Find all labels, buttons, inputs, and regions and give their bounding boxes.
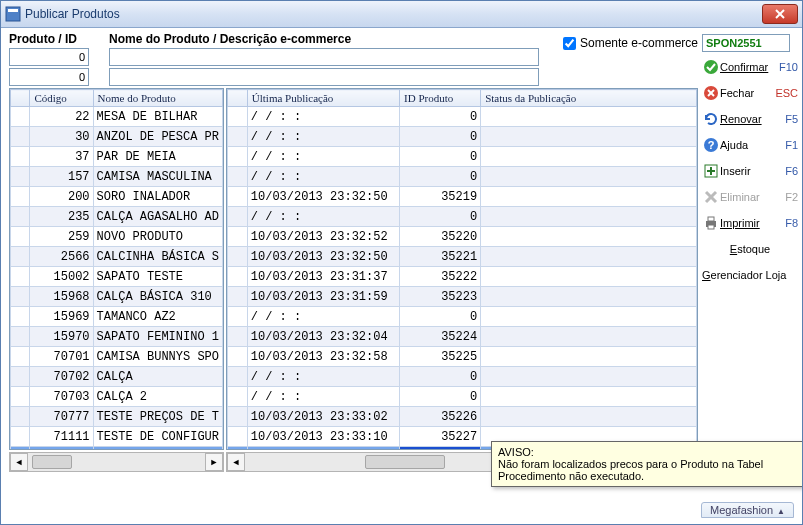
inserir-button[interactable]: Inserir F6 [702,160,798,182]
col-ultima[interactable]: Última Publicação [247,90,399,107]
table-row[interactable]: / / : :0 [228,387,697,407]
cell-idproduto: 35226 [400,407,481,427]
cell-nome: CALÇA AGASALHO AD [93,207,222,227]
table-row[interactable]: / / : :0 [228,107,697,127]
col-status[interactable]: Status da Publicação [481,90,697,107]
produto-id2-field[interactable] [9,68,89,86]
table-row[interactable]: 15969TAMANCO AZ2 [11,307,223,327]
window-title: Publicar Produtos [25,7,762,21]
status-tooltip: AVISO: Não foram localizados precos para… [491,441,803,487]
cell-nome: CAMISA MASCULINA [93,167,222,187]
cell-nome: CALÇA 2 [93,387,222,407]
col-nome[interactable]: Nome do Produto [93,90,222,107]
cell-codigo: 235 [30,207,93,227]
table-row[interactable]: 37PAR DE MEIA [11,147,223,167]
imprimir-button[interactable]: Imprimir F8 [702,212,798,234]
products-grid[interactable]: Código Nome do Produto 22MESA DE BILHAR3… [9,88,224,450]
table-row[interactable]: / / : :0 [228,127,697,147]
table-row[interactable]: 71111TESTE DE CONFIGUR [11,427,223,447]
cell-nome: SAPATO TESTE [93,267,222,287]
confirmar-button[interactable]: Confirmar F10 [702,56,798,78]
row-marker [228,247,248,267]
cell-codigo: 37 [30,147,93,167]
scroll-left-icon[interactable]: ◄ [10,453,28,471]
col-idproduto[interactable]: ID Produto [400,90,481,107]
cell-codigo: 15002 [30,267,93,287]
renovar-button[interactable]: Renovar F5 [702,108,798,130]
row-marker [228,427,248,447]
cell-nome: CAMISA MANGA COM [93,447,222,450]
check-icon [702,59,720,75]
cell-codigo: 22 [30,107,93,127]
estoque-button[interactable]: Estoque [702,238,798,260]
table-row[interactable]: 10/03/2013 23:32:5035219 [228,187,697,207]
table-row[interactable]: / / : :0 [228,167,697,187]
table-row[interactable]: 235CALÇA AGASALHO AD [11,207,223,227]
table-row[interactable]: 10/03/2013 23:33:0235226 [228,407,697,427]
statusbar-tab[interactable]: Megafashion▲ [701,502,794,518]
cell-nome: CALÇA [93,367,222,387]
delete-icon [702,189,720,205]
cell-idproduto: 0 [400,107,481,127]
table-row[interactable]: 70703CALÇA 2 [11,387,223,407]
cell-idproduto: 0 [400,367,481,387]
cell-idproduto: 35221 [400,247,481,267]
table-row[interactable]: / / : :0 [228,367,697,387]
cell-ultima: 10/03/2013 23:32:52 [247,227,399,247]
table-row[interactable]: 30ANZOL DE PESCA PR [11,127,223,147]
table-row[interactable]: / / : :0 [228,147,697,167]
col-codigo[interactable]: Código [30,90,93,107]
table-row[interactable]: 157CAMISA MASCULINA [11,167,223,187]
cell-nome: CALCINHA BÁSICA S [93,247,222,267]
somente-ecommerce-checkbox[interactable] [563,37,576,50]
table-row[interactable]: 70701CAMISA BUNNYS SPO [11,347,223,367]
table-row[interactable]: 10/03/2013 23:32:0435224 [228,327,697,347]
table-row[interactable]: 10/03/2013 23:31:3735222 [228,267,697,287]
window-code-field[interactable] [702,34,790,52]
scroll-right-icon[interactable]: ► [205,453,223,471]
cell-codigo: 70702 [30,367,93,387]
nome-produto-field[interactable] [109,48,539,66]
table-row[interactable]: / / : :0 [228,307,697,327]
table-row[interactable]: 10/03/2013 23:31:5935223 [228,287,697,307]
cell-status [481,287,697,307]
row-marker [11,427,30,447]
table-row[interactable]: 22MESA DE BILHAR [11,107,223,127]
row-marker [228,227,248,247]
cell-codigo: 70777 [30,407,93,427]
cell-status [481,327,697,347]
table-row[interactable]: 200SORO INALADOR [11,187,223,207]
cell-codigo: 70703 [30,387,93,407]
cell-nome: TESTE PREÇOS DE T [93,407,222,427]
cell-status [481,207,697,227]
descricao-field[interactable] [109,68,539,86]
table-row[interactable]: 70702CALÇA [11,367,223,387]
table-row[interactable]: 2566CALCINHA BÁSICA S [11,247,223,267]
cell-ultima: 10/03/2013 23:32:50 [247,187,399,207]
table-row[interactable]: 10/03/2013 23:32:5035221 [228,247,697,267]
table-row[interactable]: 10/03/2013 23:32:5235220 [228,227,697,247]
ajuda-button[interactable]: ? Ajuda F1 [702,134,798,156]
table-row[interactable]: 15968CALÇA BÁSICA 310 [11,287,223,307]
cell-ultima: / / : : [247,207,399,227]
table-row[interactable]: 10/03/2013 23:32:5835225 [228,347,697,367]
cell-idproduto: 35220 [400,227,481,247]
table-row[interactable]: 15002SAPATO TESTE [11,267,223,287]
gerenciador-button[interactable]: Gerenciador Loja [702,264,798,286]
row-marker [11,167,30,187]
fechar-button[interactable]: Fechar ESC [702,82,798,104]
table-row[interactable]: 15970SAPATO FEMININO 1 [11,327,223,347]
row-marker [11,347,30,367]
table-row[interactable]: / / : :0 [228,207,697,227]
table-row[interactable]: 259NOVO PRODUTO [11,227,223,247]
cell-codigo: 70701 [30,347,93,367]
left-hscroll[interactable]: ◄ ► [9,452,224,472]
window-close-button[interactable] [762,4,798,24]
svg-point-4 [704,60,718,74]
table-row[interactable]: ▶72222CAMISA MANGA COM [11,447,223,450]
publication-grid[interactable]: Última Publicação ID Produto Status da P… [226,88,698,450]
produto-id-field[interactable] [9,48,89,66]
table-row[interactable]: 70777TESTE PREÇOS DE T [11,407,223,427]
scroll-left-icon[interactable]: ◄ [227,453,245,471]
row-marker [228,307,248,327]
